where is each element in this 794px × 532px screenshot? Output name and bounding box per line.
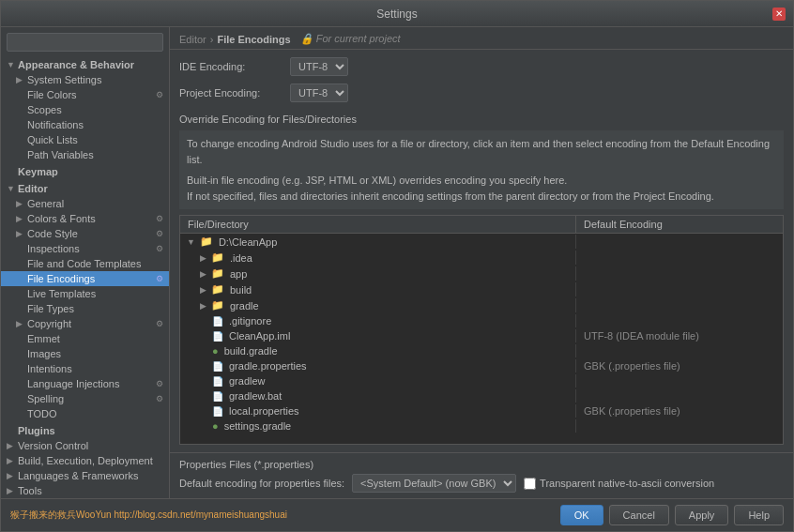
sidebar-label-system-settings: System Settings [27, 74, 101, 85]
sidebar-item-editor[interactable]: ▼ Editor [1, 179, 169, 196]
table-row[interactable]: ▼📁D:\CleanApp [180, 234, 783, 250]
sidebar-label-file-types: File Types [27, 303, 74, 314]
search-input[interactable] [7, 33, 163, 52]
sidebar-item-file-colors[interactable]: File Colors ⚙ [1, 87, 169, 102]
sidebar-item-file-encodings[interactable]: File Encodings ⚙ [1, 271, 169, 286]
settings-icon4: ⚙ [156, 319, 163, 328]
sidebar-item-build-exec[interactable]: ▶ Build, Execution, Deployment [1, 453, 169, 468]
settings-window: Settings ✕ ▼ Appearance & Behavior ▶ Sys… [0, 0, 794, 532]
sidebar-item-file-types[interactable]: File Types [1, 301, 169, 316]
folder-icon: 📁 [211, 283, 224, 296]
bottom-encoding-select[interactable]: <System Default> (now GBK) [352, 474, 516, 493]
breadcrumb-separator: › [210, 34, 214, 45]
close-button[interactable]: ✕ [772, 8, 786, 21]
table-row[interactable]: 📄.gitignore [180, 313, 783, 328]
file-row-encoding [576, 350, 783, 352]
sidebar-label-path-variables: Path Variables [27, 149, 94, 160]
file-row-encoding [576, 395, 783, 397]
sidebar-label-tools: Tools [18, 485, 42, 496]
expand-tree-icon: ▼ [187, 237, 195, 247]
file-icon: 📄 [212, 376, 223, 387]
sidebar-item-quick-lists[interactable]: Quick Lists [1, 132, 169, 147]
panel-header: Editor › File Encodings 🔒 For current pr… [170, 27, 793, 50]
file-table-header: File/Directory Default Encoding [180, 216, 783, 234]
file-row-name: 📄CleanApp.iml [180, 329, 576, 342]
sidebar-item-language-injections[interactable]: Language Injections ⚙ [1, 376, 169, 391]
sidebar-item-plugins[interactable]: Plugins [1, 421, 169, 438]
sidebar-item-colors-fonts[interactable]: ▶ Colors & Fonts ⚙ [1, 211, 169, 226]
settings-icon2: ⚙ [156, 229, 163, 238]
sidebar-item-emmet[interactable]: Emmet [1, 331, 169, 346]
sidebar-item-copyright[interactable]: ▶ Copyright ⚙ [1, 316, 169, 331]
sidebar-scroll: ▼ Appearance & Behavior ▶ System Setting… [1, 55, 169, 498]
file-table-body[interactable]: ▼📁D:\CleanApp▶📁.idea▶📁app▶📁build▶📁gradle… [180, 234, 783, 444]
sidebar-label-inspections: Inspections [27, 243, 80, 254]
sidebar-item-scopes[interactable]: Scopes [1, 102, 169, 117]
sidebar-label-code-style: Code Style [27, 228, 78, 239]
sidebar-item-file-code-templates[interactable]: File and Code Templates [1, 256, 169, 271]
file-name-text: gradlew.bat [229, 390, 282, 402]
sidebar-item-live-templates[interactable]: Live Templates [1, 286, 169, 301]
project-encoding-select[interactable]: UTF-8 [290, 84, 348, 102]
table-row[interactable]: ●settings.gradle [180, 418, 783, 433]
sidebar-label-language-injections: Language Injections [27, 378, 119, 389]
ide-encoding-select[interactable]: UTF-8 [290, 57, 348, 76]
apply-button[interactable]: Apply [675, 505, 729, 525]
cancel-button[interactable]: Cancel [609, 505, 669, 525]
file-row-encoding: GBK (.properties file) [576, 404, 783, 418]
sidebar-label-todo: TODO [27, 408, 57, 419]
sidebar-label-emmet: Emmet [27, 333, 60, 344]
bottom-title: Properties Files (*.properties) [179, 459, 784, 470]
sidebar-label-languages-frameworks: Languages & Frameworks [18, 470, 138, 481]
file-row-encoding [576, 380, 783, 382]
table-row[interactable]: ▶📁app [180, 266, 783, 281]
table-row[interactable]: ▶📁gradle [180, 297, 783, 313]
info-line1: To change encoding Android Studio uses f… [187, 136, 776, 167]
sidebar-item-notifications[interactable]: Notifications [1, 117, 169, 132]
sidebar-item-version-control[interactable]: ▶ Version Control [1, 438, 169, 453]
transparent-checkbox[interactable] [524, 478, 536, 490]
help-button[interactable]: Help [734, 505, 784, 525]
sidebar-item-general[interactable]: ▶ General [1, 196, 169, 211]
table-row[interactable]: ▶📁.idea [180, 250, 783, 266]
sidebar-label-file-colors: File Colors [27, 89, 77, 100]
project-encoding-row: Project Encoding: UTF-8 [179, 84, 784, 102]
expand-arrow-icon: ▼ [7, 184, 16, 193]
sidebar-item-inspections[interactable]: Inspections ⚙ [1, 241, 169, 256]
table-row[interactable]: ▶📁build [180, 281, 783, 297]
sidebar-label-keymap: Keymap [18, 166, 58, 177]
transparent-checkbox-label[interactable]: Transparent native-to-ascii conversion [524, 478, 714, 490]
table-row[interactable]: 📄CleanApp.imlUTF-8 (IDEA module file) [180, 328, 783, 343]
expand-arrow-icon: ▶ [7, 441, 16, 450]
sidebar-item-path-variables[interactable]: Path Variables [1, 147, 169, 162]
gradle-file-icon: ● [212, 345, 219, 357]
sidebar-item-keymap[interactable]: Keymap [1, 162, 169, 179]
file-name-text: gradlew [229, 375, 266, 387]
sidebar-label-build-exec: Build, Execution, Deployment [18, 455, 153, 466]
settings-icon: ⚙ [156, 214, 163, 223]
sidebar-item-images[interactable]: Images [1, 346, 169, 361]
expand-arrow-icon: ▶ [16, 214, 25, 223]
sidebar-item-code-style[interactable]: ▶ Code Style ⚙ [1, 226, 169, 241]
sidebar-item-intentions[interactable]: Intentions [1, 361, 169, 376]
table-row[interactable]: 📄local.propertiesGBK (.properties file) [180, 403, 783, 418]
table-row[interactable]: ●build.gradle [180, 343, 783, 358]
sidebar-item-todo[interactable]: TODO [1, 406, 169, 421]
sidebar-item-spelling[interactable]: Spelling ⚙ [1, 391, 169, 406]
file-icon: 📄 [212, 406, 223, 417]
table-row[interactable]: 📄gradlew [180, 373, 783, 388]
sidebar-item-tools[interactable]: ▶ Tools [1, 483, 169, 498]
table-row[interactable]: 📄gradlew.bat [180, 388, 783, 403]
sidebar-item-languages-frameworks[interactable]: ▶ Languages & Frameworks [1, 468, 169, 483]
file-icon: 📄 [212, 331, 223, 342]
folder-icon: 📁 [211, 299, 224, 312]
table-row[interactable]: 📄gradle.propertiesGBK (.properties file) [180, 358, 783, 373]
transparent-label: Transparent native-to-ascii conversion [540, 478, 714, 489]
sidebar-item-appearance[interactable]: ▼ Appearance & Behavior [1, 55, 169, 72]
sidebar-item-system-settings[interactable]: ▶ System Settings [1, 72, 169, 87]
expand-tree-icon: ▶ [200, 269, 206, 279]
sidebar-label-version-control: Version Control [18, 440, 88, 451]
file-name-text: gradle [230, 300, 259, 312]
ok-button[interactable]: OK [560, 505, 603, 525]
breadcrumb-prefix: Editor [179, 34, 206, 45]
